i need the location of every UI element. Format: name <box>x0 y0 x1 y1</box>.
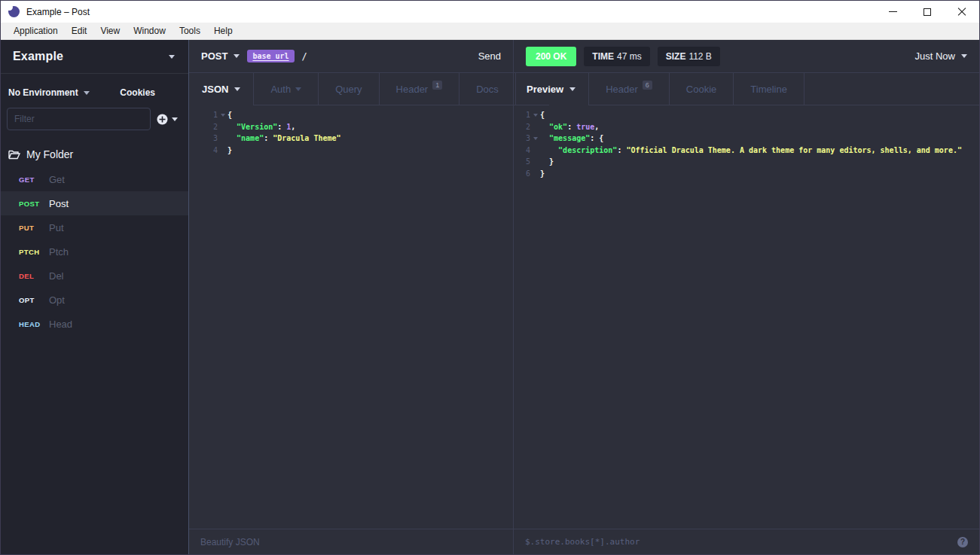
chevron-down-icon <box>234 87 240 91</box>
size-value: 112 B <box>688 51 711 62</box>
chevron-down-icon <box>961 54 967 58</box>
code-text: } <box>227 145 232 157</box>
sidebar-filter-input[interactable] <box>7 108 151 130</box>
url-path-input[interactable]: / <box>302 51 307 62</box>
minimize-button[interactable] <box>875 1 910 23</box>
tab-auth[interactable]: Auth <box>254 73 319 105</box>
chevron-down-icon <box>169 55 175 59</box>
maximize-button[interactable] <box>910 1 945 23</box>
tab-docs[interactable]: Docs <box>459 73 516 105</box>
response-header-count-badge: 6 <box>643 81 652 90</box>
response-pane-footer <box>514 529 979 554</box>
response-tabs: Header 6 Cookie Timeline <box>589 73 979 105</box>
beautify-json-button[interactable]: Beautify JSON <box>200 537 260 547</box>
sidebar-request-put[interactable]: PUTPut <box>1 215 188 239</box>
environment-dropdown[interactable]: No Environment <box>8 87 90 98</box>
fold-gutter <box>530 121 540 133</box>
tab-response-header[interactable]: Header 6 <box>589 73 670 105</box>
request-method-label: HEAD <box>19 320 49 328</box>
fold-gutter <box>530 145 540 157</box>
time-value: 47 ms <box>617 51 642 62</box>
tab-docs-label: Docs <box>476 84 499 95</box>
request-name-label: Get <box>49 174 65 185</box>
tab-response-header-label: Header <box>606 84 638 95</box>
sidebar-request-opt[interactable]: OPTOpt <box>1 288 188 312</box>
code-line: 2 "Version": 1, <box>207 121 513 133</box>
code-line: 6} <box>520 168 979 180</box>
line-number: 6 <box>520 168 530 180</box>
window-controls <box>875 1 979 23</box>
tab-timeline[interactable]: Timeline <box>734 73 804 105</box>
sidebar-request-head[interactable]: HEADHead <box>1 312 188 336</box>
code-line: 1{ <box>520 109 979 121</box>
workspace-dropdown[interactable]: Example <box>1 40 188 74</box>
fold-gutter <box>218 145 227 157</box>
tab-header-label: Header <box>396 84 429 95</box>
sidebar-folder-my-folder[interactable]: My Folder <box>1 145 188 163</box>
menu-help[interactable]: Help <box>207 23 240 39</box>
tab-auth-label: Auth <box>270 84 291 95</box>
fold-caret-icon[interactable] <box>530 133 540 145</box>
menu-application[interactable]: Application <box>7 23 65 39</box>
sidebar-request-post[interactable]: POSTPost <box>1 191 188 215</box>
body-type-label: JSON <box>202 84 228 95</box>
app-body: Example No Environment Cookies My Fo <box>1 40 979 554</box>
chevron-down-icon <box>172 117 178 121</box>
chevron-down-icon <box>234 54 240 58</box>
create-request-dropdown[interactable] <box>157 114 181 125</box>
sidebar-request-ptch[interactable]: PTCHPtch <box>1 239 188 264</box>
response-tab-bar: Preview Header 6 Cookie Timeline <box>514 73 979 105</box>
response-history-dropdown[interactable]: Just Now <box>915 50 967 62</box>
filter-row <box>1 108 188 130</box>
url-template-tag[interactable]: base_url <box>247 50 294 63</box>
request-body-editor[interactable]: 1{2 "Version": 1,3 "name": "Dracula Them… <box>189 105 513 529</box>
preview-mode-label: Preview <box>527 84 563 95</box>
line-number: 4 <box>520 145 530 157</box>
tab-cookie-label: Cookie <box>686 84 716 95</box>
code-text: { <box>227 109 232 121</box>
method-dropdown[interactable]: POST <box>201 50 240 62</box>
request-name-label: Opt <box>49 294 65 306</box>
app-window: Example – Post Application Edit View Win… <box>0 0 980 555</box>
sidebar-request-get[interactable]: GETGet <box>1 167 188 191</box>
response-body-viewer[interactable]: 1{2 "ok": true,3 "message": {4 "descript… <box>514 105 979 529</box>
plus-circle-icon <box>157 114 168 125</box>
send-button[interactable]: Send <box>478 50 501 62</box>
fold-gutter <box>530 168 540 180</box>
line-number: 2 <box>520 121 530 133</box>
close-button[interactable] <box>945 1 979 23</box>
line-number: 1 <box>207 109 218 121</box>
menu-window[interactable]: Window <box>127 23 172 39</box>
request-pane-footer: Beautify JSON <box>189 529 513 554</box>
response-filter-input[interactable] <box>525 537 950 547</box>
code-line: 4 "description": "Official Dracula Theme… <box>520 145 979 157</box>
preview-mode-dropdown[interactable]: Preview <box>514 73 589 105</box>
code-text: { <box>540 109 545 121</box>
menu-tools[interactable]: Tools <box>172 23 207 39</box>
menu-view[interactable]: View <box>93 23 127 39</box>
code-line: 2 "ok": true, <box>520 121 979 133</box>
size-label: SIZE <box>666 51 686 62</box>
tab-cookie[interactable]: Cookie <box>670 73 734 105</box>
time-badge: TIME47 ms <box>584 47 649 66</box>
sidebar-request-del[interactable]: DELDel <box>1 264 188 288</box>
tab-header[interactable]: Header 1 <box>380 73 460 105</box>
help-icon[interactable] <box>957 537 968 547</box>
code-line: 1{ <box>207 109 513 121</box>
status-badge: 200 OK <box>526 47 576 66</box>
line-number: 3 <box>207 133 218 145</box>
body-type-dropdown[interactable]: JSON <box>189 73 254 105</box>
request-name-label: Del <box>49 270 64 282</box>
code-text: "Version": 1, <box>227 121 295 133</box>
fold-caret-icon[interactable] <box>218 109 227 121</box>
tab-query[interactable]: Query <box>319 73 379 105</box>
minimize-icon <box>889 11 897 12</box>
line-number: 5 <box>520 156 530 168</box>
request-method-label: OPT <box>19 296 49 304</box>
sidebar: Example No Environment Cookies My Fo <box>1 40 189 554</box>
cookies-button[interactable]: Cookies <box>120 87 155 98</box>
method-label: POST <box>201 50 227 62</box>
menu-edit[interactable]: Edit <box>65 23 94 39</box>
open-folder-icon <box>8 150 20 160</box>
fold-caret-icon[interactable] <box>530 109 540 121</box>
